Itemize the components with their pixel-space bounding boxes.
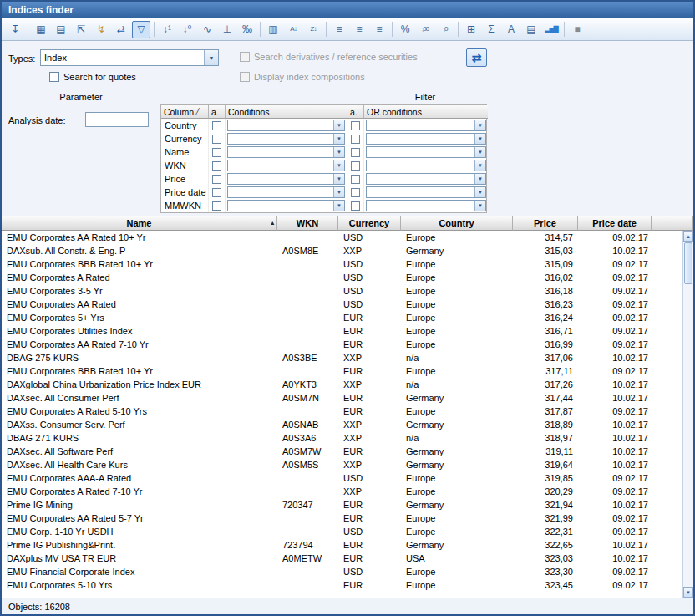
filter-condition-combobox[interactable]: ▼: [227, 200, 345, 211]
filter-and-checkbox[interactable]: [212, 161, 221, 171]
table-row[interactable]: DAXglobal China Urbanization Price Index…: [2, 378, 682, 391]
table-row[interactable]: Prime IG Publishing&Print. 723794 EUR Ge…: [2, 538, 682, 552]
vertical-scrollbar[interactable]: ▲ ▼: [682, 231, 693, 598]
table-row[interactable]: EMU Corporates 5-10 Yrs EUR Europe 323,4…: [2, 578, 682, 592]
filter-or-condition-combobox[interactable]: ▼: [366, 173, 486, 185]
filter-condition-combobox[interactable]: ▼: [227, 186, 345, 198]
table-row[interactable]: EMU Corporates A Rated USD Europe 316,02…: [2, 271, 682, 284]
chevron-down-icon[interactable]: ▼: [333, 134, 344, 144]
sort-down-1-icon[interactable]: ↓¹: [158, 21, 176, 38]
trend-line-icon[interactable]: ∿: [198, 21, 216, 38]
table-row[interactable]: EMU Corporates A Rated 5-10 Yrs EUR Euro…: [2, 405, 682, 418]
table-row[interactable]: EMU Corporates AA Rated USD Europe 316,2…: [2, 298, 682, 311]
chevron-down-icon[interactable]: ▼: [474, 120, 485, 130]
filter-and-checkbox[interactable]: [212, 148, 221, 157]
percent-icon[interactable]: %: [396, 21, 414, 38]
notes-icon[interactable]: ▥: [264, 21, 282, 38]
filter-and-checkbox[interactable]: [212, 135, 221, 144]
filter-or-checkbox[interactable]: [351, 135, 360, 144]
types-dropdown[interactable]: Index ▼: [40, 49, 219, 66]
sum-icon[interactable]: Σ: [482, 21, 500, 38]
filter-and-checkbox[interactable]: [212, 175, 221, 184]
table-row[interactable]: DAXsec. All Software Perf A0SM7W EUR Ger…: [2, 445, 682, 458]
align-right-icon[interactable]: ≡: [370, 21, 388, 38]
filter-icon[interactable]: ▽: [132, 21, 150, 38]
filter-or-checkbox[interactable]: [351, 188, 360, 197]
column-header-name[interactable]: Name ▴: [2, 216, 277, 231]
analysis-date-input[interactable]: [85, 112, 149, 127]
import-list-icon[interactable]: ↧: [6, 21, 24, 38]
sort-down-0-icon[interactable]: ↓⁰: [178, 21, 196, 38]
per-mille-icon[interactable]: ‰: [238, 21, 256, 38]
column-header-currency[interactable]: Currency: [338, 216, 401, 231]
filter-condition-combobox[interactable]: ▼: [227, 173, 345, 185]
filter-or-condition-combobox[interactable]: ▼: [366, 186, 486, 198]
table-row[interactable]: EMU Corporates AA Rated 7-10 Yr EUR Euro…: [2, 338, 682, 351]
table-row[interactable]: DAXplus MV USA TR EUR A0METW EUR USA 323…: [2, 552, 682, 565]
column-header-country[interactable]: Country: [401, 216, 513, 231]
search-for-quotes-checkbox[interactable]: [49, 72, 59, 82]
chevron-down-icon[interactable]: ▼: [333, 160, 344, 171]
align-center-icon[interactable]: ≡: [350, 21, 368, 38]
filter-or-condition-combobox[interactable]: ▼: [366, 133, 486, 145]
bar-chart-icon[interactable]: ▂▅▇: [542, 21, 561, 38]
chevron-down-icon[interactable]: ▼: [333, 147, 344, 157]
table-row[interactable]: EMU Corporates BBB Rated 10+ Yr EUR Euro…: [2, 364, 682, 378]
sort-ascending-icon[interactable]: A↓: [284, 21, 302, 38]
chevron-down-icon[interactable]: ▼: [474, 147, 485, 157]
table-row[interactable]: EMU Corporates AAA-A Rated USD Europe 31…: [2, 471, 682, 485]
refresh-button[interactable]: ⇄: [466, 48, 487, 67]
filter-condition-combobox[interactable]: ▼: [227, 146, 345, 158]
chevron-down-icon[interactable]: ▼: [204, 50, 218, 65]
filter-or-checkbox[interactable]: [351, 161, 360, 171]
chart-window-icon[interactable]: ▤: [52, 21, 70, 38]
filter-or-checkbox[interactable]: [351, 148, 360, 157]
column-header-wkn[interactable]: WKN: [277, 216, 338, 231]
table-row[interactable]: DAXsec. All Health Care Kurs A0SM5S XXP …: [2, 458, 682, 471]
zoom-chart-icon[interactable]: ▦: [32, 21, 50, 38]
chevron-down-icon[interactable]: ▼: [474, 201, 485, 211]
filter-condition-combobox[interactable]: ▼: [227, 160, 345, 171]
live-update-icon[interactable]: ↯: [92, 21, 110, 38]
sort-descending-icon[interactable]: Z↓: [304, 21, 322, 38]
filter-condition-combobox[interactable]: ▼: [227, 120, 345, 131]
table-row[interactable]: EMU Corporates A Rated 7-10 Yr XXP Europ…: [2, 485, 682, 498]
baseline-icon[interactable]: ⊥: [218, 21, 236, 38]
filter-and-checkbox[interactable]: [212, 121, 221, 130]
filter-or-checkbox[interactable]: [351, 121, 360, 130]
filter-or-checkbox[interactable]: [351, 201, 360, 211]
filter-or-checkbox[interactable]: [351, 175, 360, 184]
column-header-price-date[interactable]: Price date: [578, 216, 652, 231]
add-decimal-icon[interactable]: ,00: [416, 21, 434, 38]
chevron-down-icon[interactable]: ▼: [333, 187, 344, 197]
stop-icon[interactable]: ■: [568, 21, 586, 38]
filter-and-checkbox[interactable]: [212, 201, 221, 211]
scrollbar-thumb[interactable]: [684, 242, 692, 284]
table-row[interactable]: EMU Financial Corporate Index USD Europe…: [2, 565, 682, 578]
table-row[interactable]: EMU Corp. 1-10 Yr USDH USD Europe 322,31…: [2, 525, 682, 538]
table-row[interactable]: DAXsec. All Consumer Perf A0SM7N EUR Ger…: [2, 391, 682, 405]
chevron-down-icon[interactable]: ▼: [333, 174, 344, 184]
remove-decimal-icon[interactable]: ,0: [436, 21, 454, 38]
scrollbar-track[interactable]: [683, 285, 693, 587]
filter-condition-combobox[interactable]: ▼: [227, 133, 345, 145]
table-row[interactable]: EMU Corporates Utilities Index EUR Europ…: [2, 324, 682, 338]
table-row[interactable]: EMU Corporates BBB Rated 10+ Yr USD Euro…: [2, 257, 682, 271]
filter-and-checkbox[interactable]: [212, 188, 221, 197]
table-row[interactable]: Prime IG Mining 720347 EUR Germany 321,9…: [2, 498, 682, 512]
table-row[interactable]: EMU Corporates 3-5 Yr USD Europe 316,18 …: [2, 284, 682, 298]
refresh-data-icon[interactable]: ⇄: [112, 21, 130, 38]
table-row[interactable]: EMU Corporates AA Rated 10+ Yr USD Europ…: [2, 231, 682, 244]
font-icon[interactable]: A: [502, 21, 520, 38]
filter-column-header[interactable]: Column ⁄: [161, 105, 209, 119]
chevron-down-icon[interactable]: ▼: [333, 120, 344, 130]
align-left-icon[interactable]: ≡: [330, 21, 348, 38]
table-row[interactable]: DBAG 275 KURS A0S3BE XXP n/a 317,06 10.0…: [2, 351, 682, 364]
chevron-down-icon[interactable]: ▼: [333, 201, 344, 211]
chevron-down-icon[interactable]: ▼: [474, 134, 485, 144]
filter-or-condition-combobox[interactable]: ▼: [366, 146, 486, 158]
table-row[interactable]: EMU Corporates AA Rated 5-7 Yr EUR Europ…: [2, 512, 682, 525]
table-row[interactable]: EMU Corporates 5+ Yrs EUR Europe 316,24 …: [2, 311, 682, 324]
column-header-price[interactable]: Price: [513, 216, 578, 231]
table-row[interactable]: DAXss. Consumer Serv. Perf A0SNAB XXP Ge…: [2, 418, 682, 431]
